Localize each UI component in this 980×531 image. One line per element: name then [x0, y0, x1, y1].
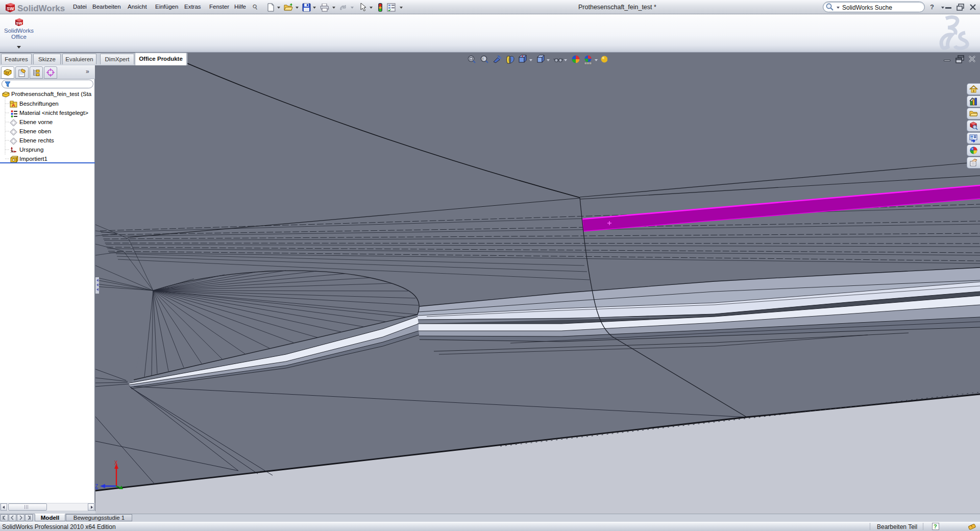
svg-text:X: X — [114, 460, 118, 466]
svg-text:SolidWorks: SolidWorks — [17, 4, 65, 13]
svg-text:Ebene rechts: Ebene rechts — [19, 137, 54, 143]
svg-text:Material <nicht festgelegt>: Material <nicht festgelegt> — [19, 110, 88, 116]
svg-text:Ebene oben: Ebene oben — [19, 128, 51, 134]
svg-text:Beschriftungen: Beschriftungen — [19, 101, 59, 107]
svg-text:Ebene vorne: Ebene vorne — [19, 119, 53, 125]
svg-text:SW: SW — [7, 6, 14, 11]
svg-text:Prothesenschaft_fein_test (St: Prothesenschaft_fein_test (Sta — [11, 91, 92, 97]
svg-text:!: ! — [482, 57, 483, 61]
svg-text:Ursprung: Ursprung — [19, 147, 43, 153]
svg-text:Z: Z — [95, 484, 98, 489]
svg-text:A: A — [12, 103, 15, 108]
svg-text:Importiert1: Importiert1 — [19, 156, 47, 162]
svg-text:SW: SW — [16, 21, 22, 26]
